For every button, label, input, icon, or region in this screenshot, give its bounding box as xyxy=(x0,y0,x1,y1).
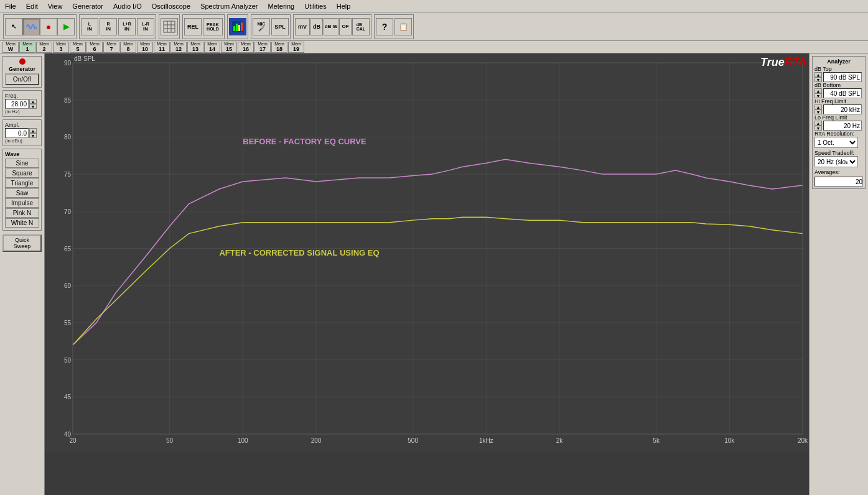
rta-res-select[interactable]: 1 Oct. 1/2 Oct. 1/3 Oct. 1/6 Oct. 1/12 O… xyxy=(814,137,858,148)
info-btn[interactable]: 📋 xyxy=(394,18,412,35)
menu-spectrum-analyzer[interactable]: Spectrum Analyzer xyxy=(195,1,263,11)
freq-down-btn[interactable]: ▼ xyxy=(29,104,37,109)
menu-metering[interactable]: Metering xyxy=(263,1,299,11)
lo-freq-row: ▲ ▼ xyxy=(814,121,863,131)
mem-11[interactable]: Mem11 xyxy=(154,42,170,53)
input-r-btn[interactable]: RIN xyxy=(100,18,117,35)
generator-title: Generator xyxy=(5,66,39,72)
ampl-input[interactable] xyxy=(5,128,29,138)
wave-group: Wave Sine Square Triangle Saw Impulse Pi… xyxy=(2,149,42,231)
svg-rect-6 xyxy=(233,26,235,31)
db-top-up-btn[interactable]: ▲ xyxy=(814,72,822,77)
mic-spl-group: MIC🎤 SPL xyxy=(251,14,291,39)
rel-btn[interactable]: REL xyxy=(184,18,202,35)
wave-pink-btn[interactable]: Pink N xyxy=(5,208,39,218)
wave-impulse-btn[interactable]: Impulse xyxy=(5,198,39,208)
menu-help[interactable]: Help xyxy=(332,1,356,11)
menu-audio-io[interactable]: Audio I/O xyxy=(108,1,147,11)
dbw-btn[interactable]: dB W xyxy=(324,18,338,35)
wave-square-btn[interactable]: Square xyxy=(5,169,39,178)
db-bottom-input[interactable] xyxy=(823,88,862,98)
mem-14[interactable]: Mem14 xyxy=(204,42,220,53)
db-bottom-up-btn[interactable]: ▲ xyxy=(814,88,822,93)
toolbar-wave-btn[interactable] xyxy=(22,18,40,35)
chart-area: TrueRTA Notes: 1. Project Filename: Unti… xyxy=(45,53,809,495)
averages-input[interactable] xyxy=(814,177,863,187)
hi-freq-input[interactable] xyxy=(823,104,862,114)
input-lr2-btn[interactable]: L-RIN xyxy=(137,18,154,35)
ampl-down-btn[interactable]: ▼ xyxy=(29,133,37,138)
ampl-unit: (in dBu) xyxy=(5,138,39,144)
wave-triangle-btn[interactable]: Triangle xyxy=(5,178,39,188)
mem-12[interactable]: Mem12 xyxy=(170,42,187,53)
mem-8[interactable]: Mem8 xyxy=(120,42,136,53)
lo-freq-up-btn[interactable]: ▲ xyxy=(814,121,822,126)
menu-oscilloscope[interactable]: Oscilloscope xyxy=(147,1,195,11)
analyzer-title: Analyzer xyxy=(814,58,863,65)
fft-grid-btn[interactable] xyxy=(161,18,178,35)
menu-utilities[interactable]: Utilities xyxy=(299,1,331,11)
db-bottom-down-btn[interactable]: ▼ xyxy=(814,93,822,98)
mem-10[interactable]: Mem10 xyxy=(137,42,153,53)
db-bottom-label: dB Bottom xyxy=(814,82,863,88)
wave-white-btn[interactable]: White N xyxy=(5,218,39,228)
spl-btn[interactable]: SPL xyxy=(271,18,289,35)
menu-generator[interactable]: Generator xyxy=(67,1,108,11)
ampl-up-btn[interactable]: ▲ xyxy=(29,128,37,133)
menu-file[interactable]: File xyxy=(0,1,21,11)
left-panel: Generator On/Off Freq. ▲ ▼ (in Hz) Ampl. xyxy=(0,53,45,495)
freq-input[interactable] xyxy=(5,99,29,109)
mic-btn[interactable]: MIC🎤 xyxy=(253,18,270,35)
svg-rect-9 xyxy=(241,22,243,31)
input-lr-btn[interactable]: L+RIN xyxy=(118,18,136,35)
quick-sweep-btn[interactable]: QuickSweep xyxy=(2,234,42,252)
mem-6[interactable]: Mem6 xyxy=(86,42,103,53)
mem-1[interactable]: Mem1 xyxy=(19,42,35,53)
mem-13[interactable]: Mem13 xyxy=(187,42,203,53)
input-l-btn[interactable]: LIN xyxy=(81,18,98,35)
spectrum-chart[interactable] xyxy=(45,53,809,451)
wave-saw-btn[interactable]: Saw xyxy=(5,188,39,198)
membar: MemW Mem1 Mem2 Mem3 Mem5 Mem6 Mem7 Mem8 … xyxy=(0,41,868,53)
mem-18[interactable]: Mem18 xyxy=(271,42,287,53)
mem-3[interactable]: Mem3 xyxy=(53,42,69,53)
mem-17[interactable]: Mem17 xyxy=(254,42,271,53)
averages-label: Averages: xyxy=(814,169,863,175)
db-top-down-btn[interactable]: ▼ xyxy=(814,77,822,82)
lo-freq-input[interactable] xyxy=(823,121,862,131)
toolbar-arrow-btn[interactable]: ↖ xyxy=(5,18,22,35)
db-btn[interactable]: dB xyxy=(310,18,323,35)
lo-freq-down-btn[interactable]: ▼ xyxy=(814,126,822,131)
unit-group: mV dB dB W OF dBCAL xyxy=(293,14,371,39)
toolbar-stop-btn[interactable]: ● xyxy=(40,18,57,35)
toolbar-go-btn[interactable]: ▶ xyxy=(57,18,75,35)
of-btn[interactable]: OF xyxy=(339,18,352,35)
mem-16[interactable]: Mem16 xyxy=(238,42,254,53)
db-bottom-row: ▲ ▼ xyxy=(814,88,863,98)
freq-up-btn[interactable]: ▲ xyxy=(29,99,37,104)
db-top-input[interactable] xyxy=(823,72,862,82)
mem-w[interactable]: MemW xyxy=(2,42,19,53)
hi-freq-up-btn[interactable]: ▲ xyxy=(814,104,822,109)
hi-freq-down-btn[interactable]: ▼ xyxy=(814,109,822,114)
help-group: ? 📋 xyxy=(374,14,414,39)
ampl-label: Ampl. xyxy=(5,122,39,128)
wave-sine-btn[interactable]: Sine xyxy=(5,159,39,168)
speed-select[interactable]: 20 Hz (slow) 50 Hz (med) 100 Hz (fast) xyxy=(814,156,858,167)
generator-onoff-btn[interactable]: On/Off xyxy=(5,73,39,85)
menu-view[interactable]: View xyxy=(43,1,68,11)
logo-true: True xyxy=(760,56,785,68)
help-btn[interactable]: ? xyxy=(376,18,393,35)
mem-15[interactable]: Mem15 xyxy=(221,42,237,53)
db-cal-btn[interactable]: dBCAL xyxy=(352,18,370,35)
mem-7[interactable]: Mem7 xyxy=(103,42,119,53)
mem-19[interactable]: Mem19 xyxy=(288,42,304,53)
logo-rta: RTA xyxy=(785,56,806,68)
mem-2[interactable]: Mem2 xyxy=(36,42,52,53)
svg-rect-0 xyxy=(164,21,175,32)
mem-5[interactable]: Mem5 xyxy=(70,42,86,53)
menu-edit[interactable]: Edit xyxy=(21,1,43,11)
mv-btn[interactable]: mV xyxy=(295,18,310,35)
peak-hold-btn[interactable]: PEAKHOLD xyxy=(203,18,223,35)
ampl-group: Ampl. ▲ ▼ (in dBu) xyxy=(2,119,42,146)
